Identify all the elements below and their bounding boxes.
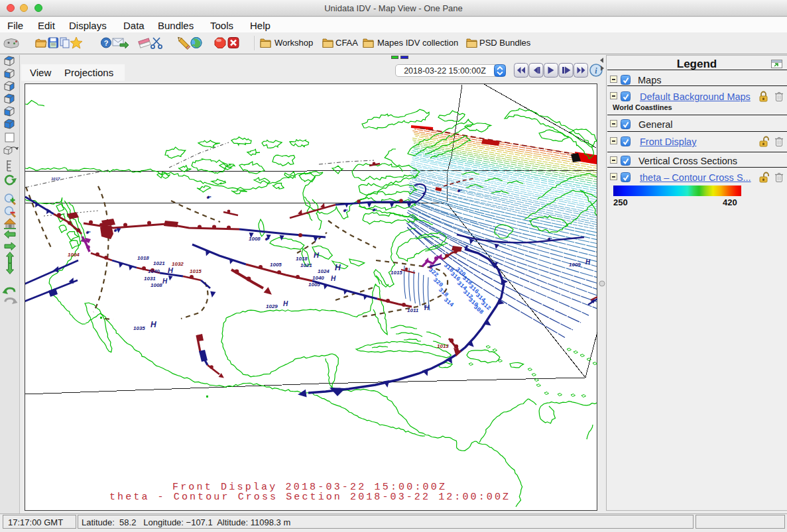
svg-text:H: H [283, 300, 288, 307]
svg-text:✽*: ✽* [372, 208, 377, 212]
svg-text:✽*: ✽* [457, 189, 462, 193]
svg-text:1005: 1005 [308, 282, 320, 288]
svg-text:1005: 1005 [270, 262, 282, 268]
svg-text:?: ? [104, 39, 109, 47]
svg-text:✽*: ✽* [343, 209, 348, 213]
svg-text:H: H [162, 278, 168, 285]
svg-text:H: H [151, 320, 156, 329]
svg-text:1021: 1021 [300, 262, 312, 268]
svg-text:✽*: ✽* [206, 195, 212, 199]
svg-text:1015: 1015 [190, 268, 202, 274]
svg-text:1021: 1021 [153, 260, 165, 266]
svg-text:1018: 1018 [296, 256, 308, 262]
svg-text:H: H [314, 251, 320, 259]
svg-text:1009: 1009 [569, 262, 581, 268]
svg-text:314: 314 [442, 297, 455, 309]
svg-text:1008: 1008 [151, 282, 162, 288]
svg-text:H: H [335, 263, 341, 272]
svg-text:H: H [424, 304, 430, 311]
svg-text:1040: 1040 [148, 268, 160, 274]
svg-text:322: 322 [427, 267, 440, 279]
svg-text:✽*: ✽* [86, 231, 91, 235]
svg-text:1018: 1018 [137, 255, 149, 261]
svg-text:1013: 1013 [437, 343, 449, 349]
svg-text:theta - Contour Cross Section: theta - Contour Cross Section 2018-03-22… [109, 492, 509, 503]
svg-text:1004: 1004 [68, 252, 80, 258]
svg-text:✽*: ✽* [547, 237, 552, 241]
svg-text:1024: 1024 [318, 268, 330, 274]
svg-text:✽*: ✽* [113, 229, 119, 233]
svg-text:H: H [168, 266, 174, 274]
svg-text:✽*: ✽* [265, 237, 270, 241]
svg-text:H: H [585, 258, 591, 266]
svg-text:1017: 1017 [51, 177, 60, 181]
svg-text:1008: 1008 [249, 236, 261, 242]
svg-text:1031: 1031 [144, 276, 156, 282]
svg-text:1011: 1011 [407, 307, 419, 313]
svg-text:1040: 1040 [312, 275, 324, 281]
svg-text:H: H [331, 275, 336, 282]
svg-text:1032: 1032 [172, 261, 184, 267]
svg-text:1015: 1015 [391, 270, 402, 276]
svg-text:1035: 1035 [133, 325, 145, 331]
svg-text:1029: 1029 [266, 303, 278, 309]
